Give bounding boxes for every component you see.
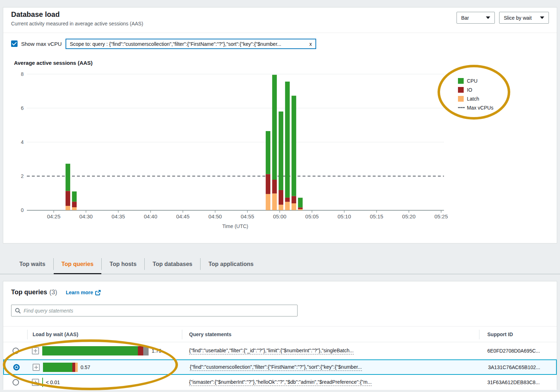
tab-top-databases[interactable]: Top databases xyxy=(145,254,200,274)
column-header-support: Support ID xyxy=(487,331,513,337)
chart-legend: CPU IO Latch Max vCPUs xyxy=(458,76,493,112)
slice-by-dropdown[interactable]: Slice by wait xyxy=(499,12,549,24)
max-vcpus-dash-icon xyxy=(458,107,465,108)
tab-top-hosts[interactable]: Top hosts xyxy=(102,254,144,274)
load-value: 1.75 xyxy=(151,348,161,354)
expand-row-button[interactable] xyxy=(32,379,39,386)
expand-row-button[interactable] xyxy=(33,364,40,371)
tab-top-applications[interactable]: Top applications xyxy=(201,254,261,274)
load-segment-cpu xyxy=(43,363,72,372)
table-row-selected[interactable]: 0.57 {"find":"customerscollection","filt… xyxy=(3,359,557,375)
load-segment-io xyxy=(138,346,143,355)
tab-top-waits[interactable]: Top waits xyxy=(11,254,53,274)
load-by-wait-bar xyxy=(42,378,43,387)
support-id: 31F63A612DEB83C8... xyxy=(479,379,557,385)
page-subtitle: Current activity measured in average act… xyxy=(11,21,143,26)
external-link-icon xyxy=(95,290,101,295)
chart-title: Average active sessions (AAS) xyxy=(14,60,93,66)
load-segment-latch xyxy=(75,363,78,372)
scope-filter-text: Scope to: query : {"find":"customerscoll… xyxy=(70,41,306,47)
row-radio[interactable] xyxy=(13,379,19,386)
support-id: 3A131C76AC65B102... xyxy=(480,364,556,370)
load-segment-cpu xyxy=(42,378,43,387)
table-header: Load by wait (AAS) Query statements Supp… xyxy=(3,326,557,342)
performance-insights-page: Database load Current activity measured … xyxy=(0,0,560,392)
query-search-box xyxy=(11,305,298,316)
support-id: 6E0FD2708D0A695C... xyxy=(479,348,557,354)
search-icon xyxy=(15,308,21,314)
page-title: Database load xyxy=(11,10,60,19)
io-swatch-icon xyxy=(458,87,464,93)
chevron-down-icon xyxy=(540,16,544,19)
column-divider xyxy=(27,330,28,339)
load-segment-cpu xyxy=(42,346,138,355)
load-by-wait-bar xyxy=(43,363,78,372)
column-divider xyxy=(182,330,182,339)
row-radio-selected[interactable] xyxy=(13,364,20,371)
load-by-wait-bar xyxy=(42,346,149,355)
load-segment-io xyxy=(72,363,76,372)
load-segment-other xyxy=(143,346,149,355)
query-statement[interactable]: {"ismaster":{"$numberInt":"?"},"helloOk"… xyxy=(189,379,372,386)
chart-type-dropdown[interactable]: Bar xyxy=(457,12,495,24)
query-statement[interactable]: {"find":"usertable","filter":{"_id":"?"}… xyxy=(189,348,354,354)
top-queries-title: Top queries xyxy=(11,289,47,296)
cpu-swatch-icon xyxy=(458,78,464,84)
legend-item-io[interactable]: IO xyxy=(458,85,493,94)
load-value: 0.57 xyxy=(81,364,90,370)
column-divider xyxy=(479,330,479,339)
show-max-vcpu-label: Show max vCPU xyxy=(21,41,62,47)
learn-more-link[interactable]: Learn more xyxy=(66,290,101,295)
query-statement[interactable]: {"find":"customerscollection","filter":{… xyxy=(190,364,362,371)
legend-item-latch[interactable]: Latch xyxy=(458,94,493,103)
top-queries-count: (3) xyxy=(49,289,57,296)
chevron-down-icon xyxy=(486,16,490,19)
top-queries-panel: Top queries (3) Learn more Load b xyxy=(3,281,557,389)
tab-top-queries[interactable]: Top queries xyxy=(54,254,102,274)
search-input[interactable] xyxy=(24,308,294,314)
table-row[interactable]: < 0.01 {"ismaster":{"$numberInt":"?"},"h… xyxy=(3,375,557,390)
table-row[interactable]: 1.75 {"find":"usertable","filter":{"_id"… xyxy=(3,342,557,359)
load-value: < 0.01 xyxy=(46,379,60,385)
database-load-panel: Database load Current activity measured … xyxy=(3,7,557,243)
slice-by-value: Slice by wait xyxy=(504,15,532,21)
tab-bar: Top waits Top queries Top hosts Top data… xyxy=(0,254,560,274)
query-table-body: 1.75 {"find":"usertable","filter":{"_id"… xyxy=(3,342,557,390)
latch-swatch-icon xyxy=(458,96,464,102)
dismiss-filter-button[interactable]: x xyxy=(309,41,312,47)
legend-item-cpu[interactable]: CPU xyxy=(458,76,493,85)
row-radio[interactable] xyxy=(13,348,19,354)
column-header-query: Query statements xyxy=(189,331,231,337)
column-header-load: Load by wait (AAS) xyxy=(33,331,78,337)
expand-row-button[interactable] xyxy=(32,347,39,354)
show-max-vcpu-checkbox[interactable] xyxy=(11,40,18,47)
scope-filter-tag: Scope to: query : {"find":"customerscoll… xyxy=(66,39,316,49)
legend-item-max-vcpus[interactable]: Max vCPUs xyxy=(458,103,493,112)
chart-type-value: Bar xyxy=(461,15,469,21)
header-divider xyxy=(3,33,557,33)
